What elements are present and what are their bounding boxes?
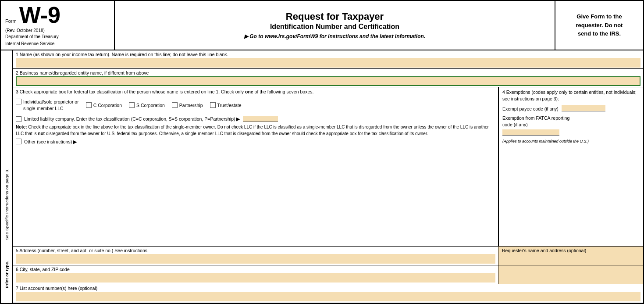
checkbox-c-corp-label: C Corporation	[93, 103, 122, 108]
field2-label: 2 Business name/disregarded entity name,…	[16, 70, 640, 75]
field5-label: 5 Address (number, street, and apt. or s…	[16, 248, 495, 253]
llc-text: Limited liability company. Enter the tax…	[24, 116, 240, 122]
requester-extra[interactable]	[502, 267, 640, 276]
other-row: Other (see instructions) ▶	[16, 139, 495, 144]
llc-row: Limited liability company. Enter the tax…	[16, 116, 495, 122]
field5-left: 5 Address (number, street, and apt. or s…	[13, 247, 498, 265]
field2-input[interactable]	[16, 76, 640, 86]
applies-text: (Applies to accounts maintained outside …	[502, 139, 640, 143]
w9-form: Form W-9 (Rev. October 2018) Department …	[0, 0, 644, 304]
field6-input[interactable]	[16, 273, 495, 283]
rev-text: (Rev. October 2018)	[5, 28, 110, 33]
field1-input[interactable]	[16, 58, 640, 68]
note-bold2: not	[38, 131, 45, 136]
main-title-line2: Identification Number and Certification	[270, 23, 399, 31]
give-form-text: Give Form to the requester. Do not send …	[576, 12, 623, 38]
field6-label: 6 City, state, and ZIP code	[16, 267, 495, 272]
tax-classification-checkboxes: Individual/sole proprietor orsingle-memb…	[16, 97, 495, 113]
side-label-panel: Print or type. See Specific Instructions…	[1, 50, 13, 303]
checkbox-other-box[interactable]	[16, 139, 21, 144]
fatca-label: Exemption from FATCA reportingcode (if a…	[502, 115, 569, 127]
checkbox-c-corp: C Corporation	[86, 102, 122, 108]
checkbox-llc-box[interactable]	[16, 116, 21, 122]
field7-row: 7 List account number(s) here (optional)	[13, 284, 643, 303]
field3-label: 3 Check appropriate box for federal tax …	[16, 89, 495, 94]
irs-link-url: www.irs.gov/FormW9	[265, 33, 318, 39]
header-right-panel: Give Form to the requester. Do not send …	[555, 1, 643, 50]
checkbox-s-corp-box[interactable]	[129, 102, 135, 108]
exempt-payee-label: Exempt payee code (if any)	[502, 106, 559, 111]
note-label: Note:	[16, 125, 27, 129]
form-number: W-9	[19, 4, 60, 26]
exempt-payee-field: Exempt payee code (if any)	[502, 105, 640, 111]
exemptions-title: 4 Exemptions (codes apply only to certai…	[502, 89, 640, 102]
field4-panel: 4 Exemptions (codes apply only to certai…	[498, 87, 643, 246]
irs-link-suffix: for instructions and the latest informat…	[318, 33, 425, 39]
irs-link: ▶ Go to www.irs.gov/FormW9 for instructi…	[244, 33, 425, 39]
form-header: Form W-9 (Rev. October 2018) Department …	[1, 1, 643, 50]
main-title-line1: Request for Taxpayer	[286, 11, 384, 22]
checkbox-individual-box[interactable]	[16, 99, 21, 104]
checkbox-individual-label: Individual/sole proprietor orsingle-memb…	[23, 99, 79, 111]
checkbox-trust: Trust/estate	[210, 102, 242, 108]
llc-classification-input[interactable]	[243, 116, 278, 122]
header-center-panel: Request for Taxpayer Identification Numb…	[115, 1, 555, 50]
form-label: Form	[5, 18, 17, 24]
checkbox-c-corp-box[interactable]	[86, 102, 92, 108]
checkbox-partnership-box[interactable]	[172, 102, 178, 108]
form-body: Print or type. See Specific Instructions…	[1, 50, 643, 303]
field1-row: 1 Name (as shown on your income tax retu…	[13, 50, 643, 69]
field6-left: 6 City, state, and ZIP code	[13, 265, 498, 284]
checkbox-trust-box[interactable]	[210, 102, 216, 108]
header-left-panel: Form W-9 (Rev. October 2018) Department …	[1, 1, 115, 50]
irs-link-prefix: ▶ Go to	[244, 33, 265, 39]
side-label-text1: Print or type.	[4, 261, 9, 288]
exempt-payee-input[interactable]	[562, 105, 605, 111]
field6-right	[498, 265, 643, 284]
field5-input[interactable]	[16, 254, 495, 264]
dept-line1: Department of the Treasury	[5, 34, 110, 40]
field3-4-row: 3 Check appropriate box for federal tax …	[13, 87, 643, 247]
note-body2: disregarded from the owner for U.S. fede…	[45, 131, 428, 136]
field5-row: 5 Address (number, street, and apt. or s…	[13, 247, 643, 265]
checkbox-trust-label: Trust/estate	[217, 103, 242, 108]
field7-label: 7 List account number(s) here (optional)	[16, 286, 640, 291]
field3-panel: 3 Check appropriate box for federal tax …	[13, 87, 498, 246]
fatca-input[interactable]	[502, 129, 559, 136]
field5-right: Requester's name and address (optional)	[498, 247, 643, 265]
form-fields: 1 Name (as shown on your income tax retu…	[13, 50, 643, 303]
dept-line2: Internal Revenue Service	[5, 41, 110, 47]
other-label: Other (see instructions) ▶	[24, 139, 77, 144]
checkbox-partnership: Partnership	[172, 102, 203, 108]
fatca-field: Exemption from FATCA reportingcode (if a…	[502, 115, 640, 135]
checkbox-individual: Individual/sole proprietor orsingle-memb…	[16, 99, 79, 111]
form-number-block: Form W-9	[5, 4, 110, 26]
note-text: Note: Check the appropriate box in the l…	[16, 124, 495, 137]
requester-input[interactable]	[502, 254, 640, 264]
field7-input[interactable]	[16, 292, 640, 301]
checkbox-s-corp-label: S Corporation	[136, 103, 165, 108]
requester-label: Requester's name and address (optional)	[502, 248, 640, 253]
field6-row: 6 City, state, and ZIP code	[13, 265, 643, 284]
field1-label: 1 Name (as shown on your income tax retu…	[16, 52, 640, 57]
checkbox-s-corp: S Corporation	[129, 102, 165, 108]
field2-row: 2 Business name/disregarded entity name,…	[13, 69, 643, 87]
checkbox-partnership-label: Partnership	[179, 103, 203, 108]
side-label-text2: See Specific Instructions on page 3.	[4, 168, 9, 240]
